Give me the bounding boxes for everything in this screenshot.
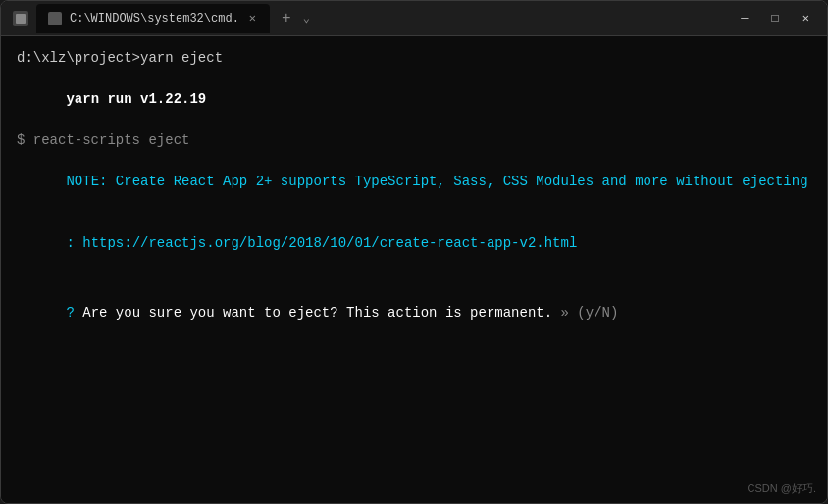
titlebar-left: C:\WINDOWS\system32\cmd. ✕ + ⌄ xyxy=(13,4,310,33)
note-content: Create React App 2+ supports TypeScript,… xyxy=(116,174,808,189)
window-controls: ─ □ ✕ xyxy=(735,9,815,27)
terminal-line-2: yarn run v1.22.19 xyxy=(17,69,811,130)
tab-close-button[interactable]: ✕ xyxy=(247,11,258,25)
link-prefix: : xyxy=(66,235,82,251)
question-prefix: ? xyxy=(66,305,82,321)
dropdown-button[interactable]: ⌄ xyxy=(303,11,310,25)
watermark: CSDN @好巧. xyxy=(748,481,816,496)
terminal-line-5: : https://reactjs.org/blog/2018/10/01/cr… xyxy=(17,213,811,275)
terminal-line-3: $ react-scripts eject xyxy=(17,130,811,151)
tab-icon xyxy=(48,12,62,25)
active-tab[interactable]: C:\WINDOWS\system32\cmd. ✕ xyxy=(36,4,270,33)
minimize-button[interactable]: ─ xyxy=(735,10,753,27)
terminal-body[interactable]: d:\xlz\project>yarn eject yarn run v1.22… xyxy=(1,36,827,503)
link-text: https://reactjs.org/blog/2018/10/01/crea… xyxy=(82,235,577,251)
note-prefix: NOTE: xyxy=(66,174,115,189)
window-icon-inner xyxy=(16,14,26,24)
titlebar: C:\WINDOWS\system32\cmd. ✕ + ⌄ ─ □ ✕ xyxy=(1,1,827,36)
terminal-line-6: ? Are you sure you want to eject? This a… xyxy=(17,282,811,344)
maximize-button[interactable]: □ xyxy=(766,10,785,27)
tab-title: C:\WINDOWS\system32\cmd. xyxy=(70,12,239,25)
terminal-line-1: d:\xlz\project>yarn eject xyxy=(17,48,811,69)
question-content: Are you sure you want to eject? This act… xyxy=(82,305,552,321)
window-icon xyxy=(13,11,28,26)
terminal-line-4: NOTE: Create React App 2+ supports TypeS… xyxy=(17,151,811,213)
new-tab-button[interactable]: + xyxy=(278,10,295,27)
close-button[interactable]: ✕ xyxy=(797,9,815,27)
question-suffix: » (y/N) xyxy=(552,305,618,321)
terminal-window: C:\WINDOWS\system32\cmd. ✕ + ⌄ ─ □ ✕ d:\… xyxy=(0,0,828,504)
